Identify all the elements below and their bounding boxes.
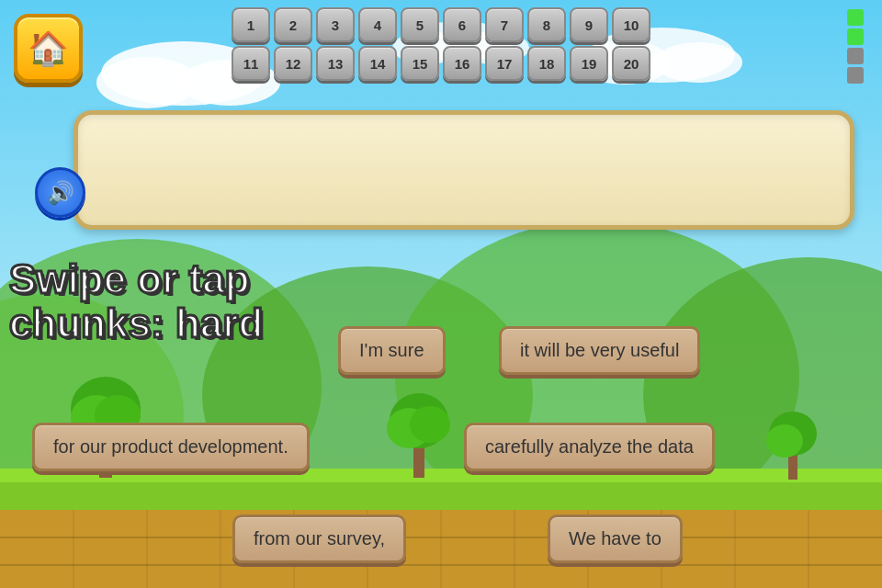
level-btn-2[interactable]: 2 xyxy=(274,7,312,42)
chunk-button-chunk4[interactable]: carefully analyze the data xyxy=(464,423,715,471)
home-icon: 🏠 xyxy=(28,29,69,68)
svg-point-37 xyxy=(410,406,450,443)
level-btn-6[interactable]: 6 xyxy=(443,7,481,42)
score-dot-2 xyxy=(847,28,864,45)
level-btn-19[interactable]: 19 xyxy=(570,46,608,81)
number-row-2: 11121314151617181920 xyxy=(232,46,650,81)
text-display-box xyxy=(74,110,854,230)
level-btn-5[interactable]: 5 xyxy=(401,7,439,42)
score-dot-4 xyxy=(847,67,864,84)
chunk-button-chunk2[interactable]: it will be very useful xyxy=(499,326,700,375)
number-grid-container: 12345678910 11121314151617181920 xyxy=(232,7,650,81)
speaker-button[interactable]: 🔊 xyxy=(35,167,85,218)
chunk-button-chunk5[interactable]: from our survey, xyxy=(232,514,406,563)
level-btn-8[interactable]: 8 xyxy=(527,7,566,42)
number-row-1: 12345678910 xyxy=(232,7,650,42)
level-btn-20[interactable]: 20 xyxy=(612,46,650,81)
level-btn-17[interactable]: 17 xyxy=(485,46,524,81)
level-btn-4[interactable]: 4 xyxy=(358,7,397,42)
level-btn-3[interactable]: 3 xyxy=(316,7,355,42)
home-button[interactable]: 🏠 xyxy=(14,14,83,83)
score-dot-3 xyxy=(847,48,864,64)
level-number-grid: 12345678910 11121314151617181920 xyxy=(0,7,882,81)
chunk-button-chunk3[interactable]: for our product development. xyxy=(32,423,310,471)
instruction-line-2: chunks: hard xyxy=(9,301,263,345)
chunk-button-chunk1[interactable]: I'm sure xyxy=(338,326,446,375)
level-btn-12[interactable]: 12 xyxy=(274,46,312,81)
level-btn-1[interactable]: 1 xyxy=(232,7,270,42)
level-btn-18[interactable]: 18 xyxy=(527,46,566,81)
level-btn-14[interactable]: 14 xyxy=(358,46,397,81)
level-btn-9[interactable]: 9 xyxy=(570,7,608,42)
level-btn-15[interactable]: 15 xyxy=(401,46,439,81)
score-indicators xyxy=(847,9,864,84)
level-btn-13[interactable]: 13 xyxy=(316,46,355,81)
level-btn-11[interactable]: 11 xyxy=(232,46,270,81)
level-btn-7[interactable]: 7 xyxy=(485,7,524,42)
instruction-text: Swipe or tap chunks: hard xyxy=(9,257,263,346)
score-dot-1 xyxy=(847,9,864,26)
svg-point-40 xyxy=(766,424,803,458)
instruction-line-1: Swipe or tap xyxy=(9,257,263,301)
level-btn-10[interactable]: 10 xyxy=(612,7,650,42)
speaker-icon: 🔊 xyxy=(47,180,74,206)
level-btn-16[interactable]: 16 xyxy=(443,46,481,81)
chunk-button-chunk6[interactable]: We have to xyxy=(548,514,683,563)
